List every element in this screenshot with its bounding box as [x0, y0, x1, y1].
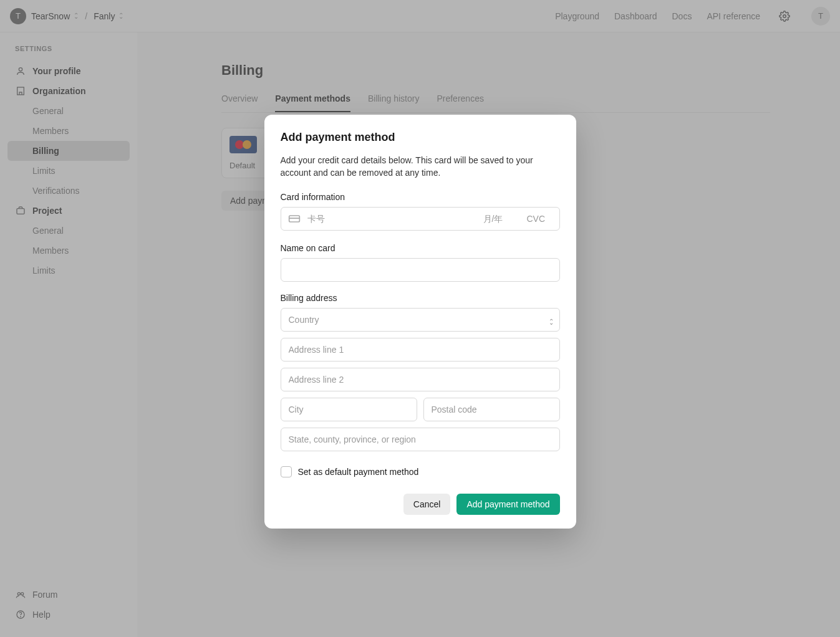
address-line1-input[interactable] [281, 338, 560, 362]
add-payment-modal: Add payment method Add your credit card … [264, 115, 576, 529]
city-input[interactable] [281, 398, 417, 421]
address-line2-input[interactable] [281, 368, 560, 391]
card-input-group [281, 207, 560, 231]
name-on-card-input[interactable] [281, 258, 560, 282]
default-checkbox-label: Set as default payment method [298, 467, 419, 477]
default-checkbox[interactable] [281, 466, 292, 477]
modal-overlay[interactable]: Add payment method Add your credit card … [0, 0, 840, 637]
name-on-card-label: Name on card [281, 243, 560, 253]
country-select[interactable]: Country [281, 308, 560, 332]
billing-address-label: Billing address [281, 293, 560, 303]
card-info-label: Card information [281, 192, 560, 202]
modal-title: Add payment method [281, 131, 560, 144]
credit-card-icon [281, 214, 302, 224]
state-input[interactable] [281, 428, 560, 451]
card-expiry-input[interactable] [478, 208, 522, 230]
submit-button[interactable]: Add payment method [456, 494, 559, 515]
card-cvc-input[interactable] [522, 208, 559, 230]
card-number-input[interactable] [302, 208, 478, 230]
cancel-button[interactable]: Cancel [403, 494, 451, 515]
modal-description: Add your credit card details below. This… [281, 154, 560, 180]
postal-code-input[interactable] [423, 398, 560, 421]
